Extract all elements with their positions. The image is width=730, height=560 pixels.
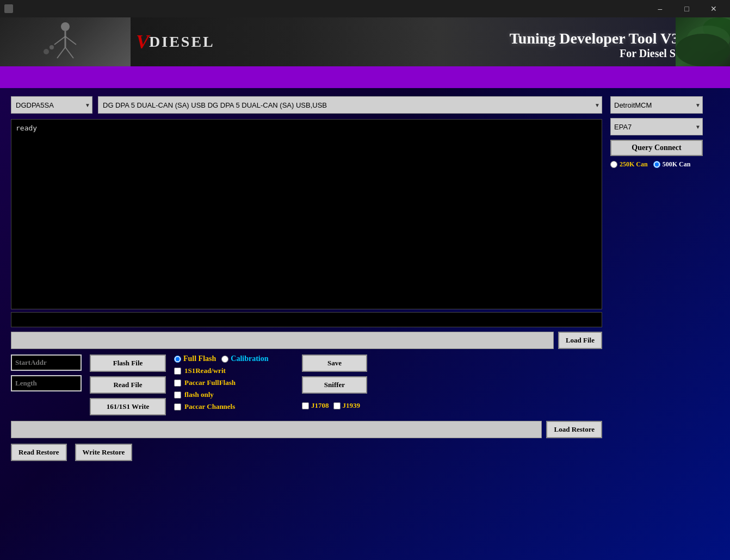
j1708-option[interactable]: J1708 <box>302 401 329 410</box>
query-connect-button[interactable]: Query Connect <box>610 140 703 156</box>
j1939-checkbox[interactable] <box>333 402 341 409</box>
can-500-radio[interactable] <box>653 161 660 168</box>
read-file-button[interactable]: Read File <box>90 376 166 394</box>
center-panel: DGDPA5SA DG DPA 5 DUAL-CAN (SA) USB DG D… <box>11 96 602 461</box>
restore-path-input[interactable] <box>11 421 542 438</box>
logo-graphic <box>38 20 92 64</box>
j1708-checkbox[interactable] <box>302 402 309 409</box>
ls1-readwrite-option[interactable]: 1S1Read/writ <box>174 366 294 375</box>
diesel-text: DIESEL <box>149 33 215 51</box>
bottom-controls: Flash File Read File 161/1S1 Write Full … <box>11 354 602 415</box>
device-select[interactable]: DGDPA5SA <box>11 96 92 114</box>
full-flash-radio[interactable] <box>174 356 181 363</box>
channel-select-wrapper[interactable]: DG DPA 5 DUAL-CAN (SA) USB DG DPA 5 DUAL… <box>98 96 602 114</box>
svg-point-6 <box>50 45 54 49</box>
write-restore-button[interactable]: Write Restore <box>75 444 133 461</box>
addr-fields <box>11 354 82 391</box>
ecu-select[interactable]: DetroitMCM <box>610 96 703 114</box>
save-button[interactable]: Save <box>302 354 367 372</box>
options-column: Full Flash Calibration 1S1Read/writ Pacc… <box>174 354 294 411</box>
flash-file-button[interactable]: Flash File <box>90 354 166 372</box>
read-restore-button[interactable]: Read Restore <box>11 444 67 461</box>
can-500-option[interactable]: 500K Can <box>653 160 691 169</box>
app-icon <box>4 4 13 13</box>
controls-row: DGDPA5SA DG DPA 5 DUAL-CAN (SA) USB DG D… <box>11 96 602 114</box>
corner-graphic <box>676 17 730 66</box>
restore-row: Load Restore <box>11 421 602 438</box>
can-250-option[interactable]: 250K Can <box>610 160 648 169</box>
protocol-select[interactable]: EPA7 <box>610 118 703 135</box>
diesel-logo: V DIESEL <box>136 32 215 52</box>
svg-line-2 <box>54 36 65 45</box>
paccar-channels-checkbox[interactable] <box>174 403 181 410</box>
svg-line-4 <box>57 47 65 58</box>
close-button[interactable]: ✕ <box>701 0 726 17</box>
header-banner: V DIESEL Tuning Developer Tool V3/2020 F… <box>0 17 730 66</box>
flash-buttons: Flash File Read File 161/1S1 Write <box>90 354 166 415</box>
title-bar: – □ ✕ <box>0 0 730 17</box>
length-input[interactable] <box>11 375 82 391</box>
svg-line-3 <box>65 36 76 45</box>
right-panel: DetroitMCM EPA7 Query Connect 250K Can 5… <box>610 96 719 461</box>
title-bar-controls: – □ ✕ <box>648 0 726 17</box>
start-addr-group <box>11 354 82 371</box>
header-title-right: Tuning Developer Tool V3/2020 For Diesel… <box>215 24 730 60</box>
paccar-channels-option[interactable]: Paccar Channels <box>174 402 294 411</box>
svg-point-0 <box>61 22 70 31</box>
flash-mode-row: Full Flash Calibration <box>174 354 294 363</box>
console-area: ready <box>11 119 602 309</box>
device-select-wrapper[interactable]: DGDPA5SA <box>11 96 92 114</box>
minimize-button[interactable]: – <box>648 0 672 17</box>
svg-point-7 <box>44 49 49 54</box>
restore-button[interactable]: □ <box>675 0 699 17</box>
can-250-radio[interactable] <box>610 161 617 168</box>
header-corner-image <box>676 17 730 66</box>
j1939-option[interactable]: J1939 <box>333 401 361 410</box>
calibration-option[interactable]: Calibration <box>221 354 268 363</box>
paccar-fullflash-option[interactable]: Paccar FullFlash <box>174 378 294 387</box>
ecu-select-wrapper[interactable]: DetroitMCM <box>610 96 703 114</box>
main-content: DGDPA5SA DG DPA 5 DUAL-CAN (SA) USB DG D… <box>0 88 730 469</box>
flash-only-checkbox[interactable] <box>174 391 181 399</box>
file-input-row: Load File <box>11 332 602 349</box>
purple-accent-bar <box>0 66 730 88</box>
v-mark: V <box>136 32 149 52</box>
length-group <box>11 375 82 391</box>
svg-line-5 <box>65 47 73 58</box>
load-restore-button[interactable]: Load Restore <box>546 421 602 438</box>
sniffer-button[interactable]: Sniffer <box>302 376 367 394</box>
flash-only-option[interactable]: flash only <box>174 390 294 399</box>
can-speed-options: 250K Can 500K Can <box>610 160 719 169</box>
header-logo-image <box>0 17 131 66</box>
calibration-radio[interactable] <box>221 356 228 363</box>
title-bar-left <box>4 4 13 13</box>
header-logo <box>0 17 131 66</box>
progress-bar <box>11 312 602 327</box>
svg-point-10 <box>676 34 730 66</box>
ls1-readwrite-checkbox[interactable] <box>174 368 181 375</box>
console-text: ready <box>16 124 37 132</box>
file-path-input[interactable] <box>11 332 554 349</box>
action-buttons: Save Sniffer J1708 J1939 <box>302 354 367 410</box>
protocol-select-wrapper[interactable]: EPA7 <box>610 118 703 135</box>
load-file-button[interactable]: Load File <box>558 332 602 349</box>
bottom-row: Read Restore Write Restore <box>11 444 602 461</box>
start-addr-input[interactable] <box>11 354 82 371</box>
paccar-fullflash-checkbox[interactable] <box>174 379 181 387</box>
full-flash-option[interactable]: Full Flash <box>174 354 216 363</box>
write-161-button[interactable]: 161/1S1 Write <box>90 398 166 415</box>
channel-select[interactable]: DG DPA 5 DUAL-CAN (SA) USB DG DPA 5 DUAL… <box>98 96 602 114</box>
j-checkboxes: J1708 J1939 <box>302 401 367 410</box>
